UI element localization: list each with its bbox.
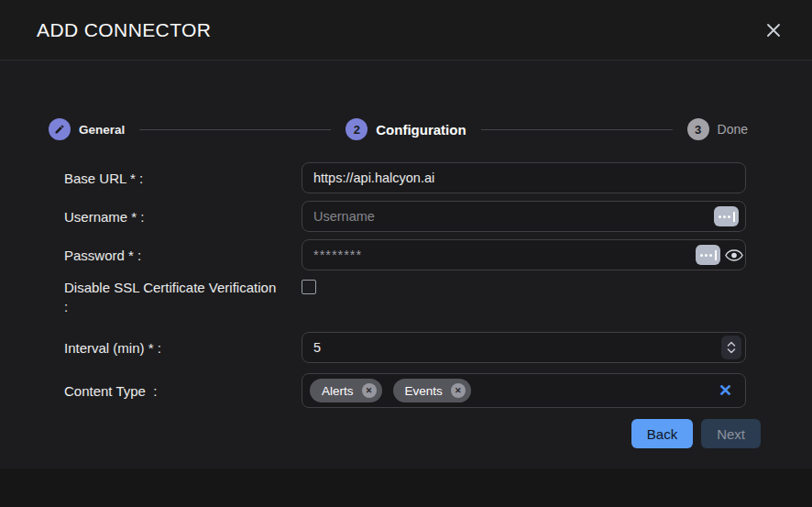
base-url-field xyxy=(302,162,746,193)
tag-label: Events xyxy=(405,384,443,398)
password-row: Password * : xyxy=(64,239,812,270)
interval-label: Interval (min) * : xyxy=(64,338,302,358)
add-connector-dialog: ADD CONNECTOR General 2 Configuration xyxy=(0,0,812,507)
ellipsis-icon xyxy=(719,215,721,218)
dialog-actions: Back Next xyxy=(0,419,812,448)
close-icon xyxy=(764,21,783,39)
stepper-connector-line xyxy=(481,129,673,130)
base-url-label: Base URL * : xyxy=(64,169,302,188)
password-input[interactable] xyxy=(302,239,746,270)
interval-stepper[interactable] xyxy=(721,336,741,359)
remove-tag-button[interactable]: ✕ xyxy=(362,383,377,398)
username-input[interactable] xyxy=(302,201,746,232)
password-field xyxy=(302,239,746,270)
content-type-field: Alerts ✕ Events ✕ ✕ xyxy=(302,373,746,408)
tag-events: Events ✕ xyxy=(393,379,471,402)
pencil-icon xyxy=(54,124,65,135)
step-3-circle: 3 xyxy=(687,118,709,140)
content-type-label: Content Type : xyxy=(64,381,302,401)
tag-label: Alerts xyxy=(322,384,354,398)
dialog-body: General 2 Configuration 3 Done Base URL … xyxy=(0,61,812,468)
eye-icon xyxy=(725,248,743,262)
stepper-step-done: 3 Done xyxy=(687,118,748,140)
username-label: Username * : xyxy=(64,207,302,226)
back-button[interactable]: Back xyxy=(631,419,693,448)
show-password-button[interactable] xyxy=(725,248,743,262)
dialog-title: ADD CONNECTOR xyxy=(37,19,211,41)
ssl-row: Disable SSL Certificate Verification : xyxy=(64,278,812,316)
cursor-bar-icon xyxy=(715,250,717,260)
chevron-up-down-icon xyxy=(726,340,737,355)
step-1-circle xyxy=(49,118,71,140)
base-url-input[interactable] xyxy=(302,162,746,193)
stepper-step-configuration[interactable]: 2 Configuration xyxy=(346,118,466,140)
ssl-label: Disable SSL Certificate Verification : xyxy=(64,278,302,316)
content-type-input[interactable]: Alerts ✕ Events ✕ ✕ xyxy=(302,373,746,408)
step-2-label: Configuration xyxy=(376,122,466,138)
dialog-header: ADD CONNECTOR xyxy=(0,0,812,61)
close-button[interactable] xyxy=(761,17,786,43)
password-assist-button[interactable] xyxy=(696,245,720,265)
stepper-step-general[interactable]: General xyxy=(49,118,125,140)
remove-tag-button[interactable]: ✕ xyxy=(451,383,466,398)
username-row: Username * : xyxy=(64,201,812,232)
next-button[interactable]: Next xyxy=(701,419,761,448)
interval-field xyxy=(302,332,746,363)
password-label: Password * : xyxy=(64,246,302,265)
stepper: General 2 Configuration 3 Done xyxy=(0,61,812,140)
step-1-label: General xyxy=(79,123,125,137)
connector-form: Base URL * : Username * : xyxy=(0,162,812,408)
username-field xyxy=(302,201,746,232)
tag-alerts: Alerts ✕ xyxy=(310,379,382,402)
step-2-circle: 2 xyxy=(346,118,368,140)
ssl-checkbox[interactable] xyxy=(302,280,316,294)
ssl-field xyxy=(302,278,746,294)
stepper-connector-line xyxy=(139,129,331,130)
username-assist-button[interactable] xyxy=(714,206,739,226)
interval-input[interactable] xyxy=(302,332,746,363)
clear-tags-button[interactable]: ✕ xyxy=(719,382,732,399)
step-3-label: Done xyxy=(718,122,748,137)
interval-row: Interval (min) * : xyxy=(64,332,812,363)
ellipsis-icon xyxy=(700,254,703,257)
content-type-row: Content Type : Alerts ✕ Events ✕ ✕ xyxy=(64,373,812,408)
base-url-row: Base URL * : xyxy=(64,162,812,193)
cursor-bar-icon xyxy=(733,212,735,222)
